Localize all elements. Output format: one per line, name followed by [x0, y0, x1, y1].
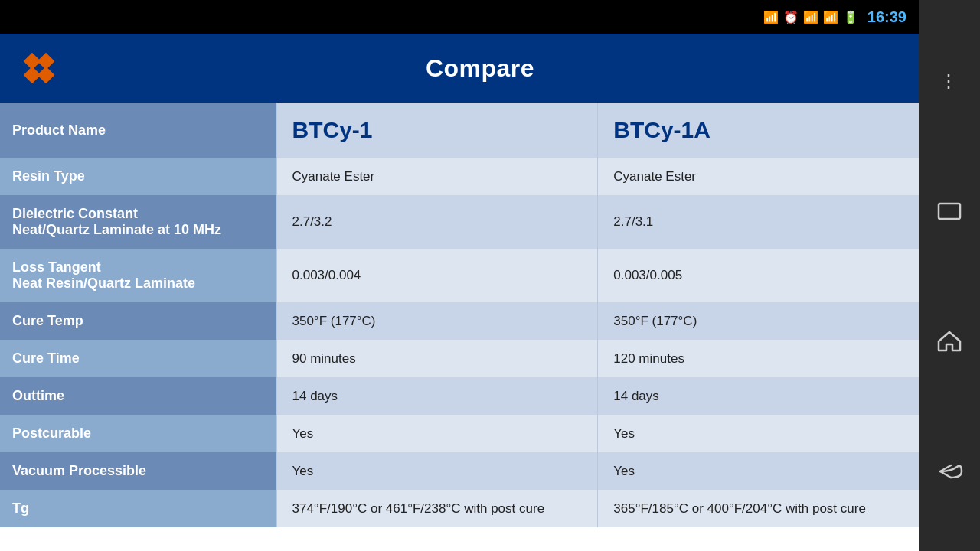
table-row: Cure Temp350°F (177°C)350°F (177°C): [0, 302, 919, 340]
row-value-col1: 2.7/3.2: [276, 195, 598, 249]
table-row: Loss Tangent Neat Resin/Quartz Laminate0…: [0, 249, 919, 302]
more-options-button[interactable]: ⋮: [939, 70, 959, 92]
table-row: Outtime14 days14 days: [0, 377, 919, 415]
table-row: Cure Time90 minutes120 minutes: [0, 340, 919, 377]
app-header: Compare: [0, 34, 919, 103]
row-value-col2: 0.003/0.005: [598, 249, 919, 302]
svg-rect-4: [38, 67, 55, 84]
signal-icon: 📶: [823, 10, 838, 24]
row-value-col1: 350°F (177°C): [276, 302, 598, 340]
row-value-col2: Yes: [598, 452, 919, 490]
main-area: 📶 ⏰ 📶 📶 🔋 16:39 Compare Product Na: [0, 0, 919, 551]
row-value-col2: 14 days: [598, 377, 919, 415]
page-title: Compare: [60, 54, 900, 83]
app-logo: [18, 47, 60, 89]
table-row: Resin TypeCyanate EsterCyanate Ester: [0, 158, 919, 195]
row-label: Vacuum Processible: [0, 452, 276, 490]
battery-icon: 🔋: [843, 10, 858, 24]
row-value-col2: 365°F/185°C or 400°F/204°C with post cur…: [598, 490, 919, 527]
back-button[interactable]: [936, 462, 963, 481]
row-value-col2: Yes: [598, 415, 919, 452]
recent-apps-button[interactable]: [937, 202, 962, 220]
row-value-col1: BTCy-1: [276, 103, 598, 158]
row-value-col2: Cyanate Ester: [598, 158, 919, 195]
status-icons: 📶 ⏰ 📶 📶 🔋 16:39: [763, 8, 906, 26]
table-row: Product NameBTCy-1BTCy-1A: [0, 103, 919, 158]
row-value-col1: Yes: [276, 452, 598, 490]
row-label: Product Name: [0, 103, 276, 158]
row-label: Resin Type: [0, 158, 276, 195]
table-row: Vacuum ProcessibleYesYes: [0, 452, 919, 490]
row-value-col1: Yes: [276, 415, 598, 452]
home-button[interactable]: [937, 331, 962, 352]
row-label: Cure Temp: [0, 302, 276, 340]
row-label: Cure Time: [0, 340, 276, 377]
row-value-col2: 120 minutes: [598, 340, 919, 377]
table-row: PostcurableYesYes: [0, 415, 919, 452]
wifi-icon: 📶: [803, 10, 818, 24]
comparison-table-container[interactable]: Product NameBTCy-1BTCy-1AResin TypeCyana…: [0, 103, 919, 551]
bluetooth-icon: 📶: [763, 10, 779, 24]
row-value-col1: 374°F/190°C or 461°F/238°C with post cur…: [276, 490, 598, 527]
svg-marker-6: [939, 332, 960, 350]
sidebar-nav: ⋮: [919, 0, 980, 551]
row-label: Tg: [0, 490, 276, 527]
alarm-icon: ⏰: [783, 10, 799, 24]
status-bar: 📶 ⏰ 📶 📶 🔋 16:39: [0, 0, 919, 34]
row-label: Postcurable: [0, 415, 276, 452]
row-label: Loss Tangent Neat Resin/Quartz Laminate: [0, 249, 276, 302]
row-label: Dielectric Constant Neat/Quartz Laminate…: [0, 195, 276, 249]
row-value-col1: 0.003/0.004: [276, 249, 598, 302]
comparison-table: Product NameBTCy-1BTCy-1AResin TypeCyana…: [0, 103, 919, 527]
svg-rect-5: [939, 204, 960, 219]
row-value-col2: 350°F (177°C): [598, 302, 919, 340]
row-value-col2: BTCy-1A: [598, 103, 919, 158]
table-row: Dielectric Constant Neat/Quartz Laminate…: [0, 195, 919, 249]
status-time: 16:39: [867, 8, 906, 26]
row-value-col2: 2.7/3.1: [598, 195, 919, 249]
table-row: Tg374°F/190°C or 461°F/238°C with post c…: [0, 490, 919, 527]
row-label: Outtime: [0, 377, 276, 415]
row-value-col1: Cyanate Ester: [276, 158, 598, 195]
svg-marker-0: [21, 51, 57, 86]
row-value-col1: 90 minutes: [276, 340, 598, 377]
row-value-col1: 14 days: [276, 377, 598, 415]
